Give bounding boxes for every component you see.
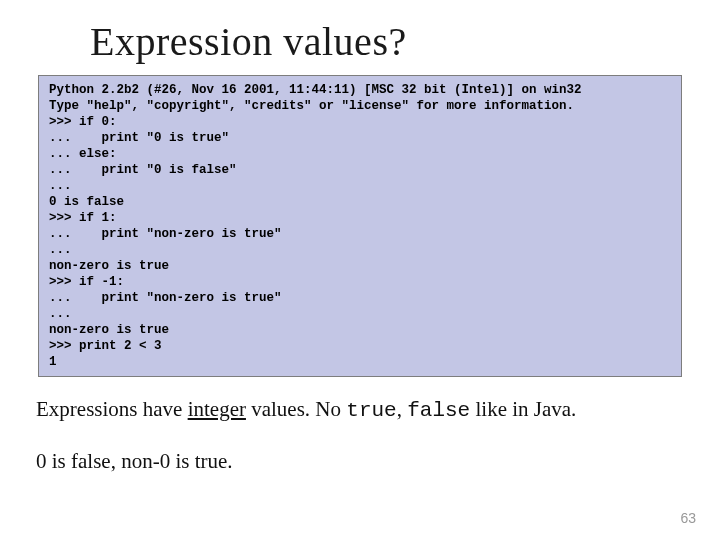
inline-code-false: false — [407, 399, 470, 422]
text: Expressions have — [36, 397, 188, 421]
text: like in Java. — [470, 397, 576, 421]
text: , — [397, 397, 408, 421]
underlined-word: integer — [188, 397, 246, 421]
text: values. No — [246, 397, 346, 421]
paragraph-2: 0 is false, non-0 is true. — [36, 447, 682, 475]
paragraph-1: Expressions have integer values. No true… — [36, 395, 682, 425]
code-block: Python 2.2b2 (#26, Nov 16 2001, 11:44:11… — [38, 75, 682, 377]
slide: Expression values? Python 2.2b2 (#26, No… — [0, 0, 720, 540]
inline-code-true: true — [346, 399, 396, 422]
slide-title: Expression values? — [90, 18, 690, 65]
page-number: 63 — [680, 510, 696, 526]
